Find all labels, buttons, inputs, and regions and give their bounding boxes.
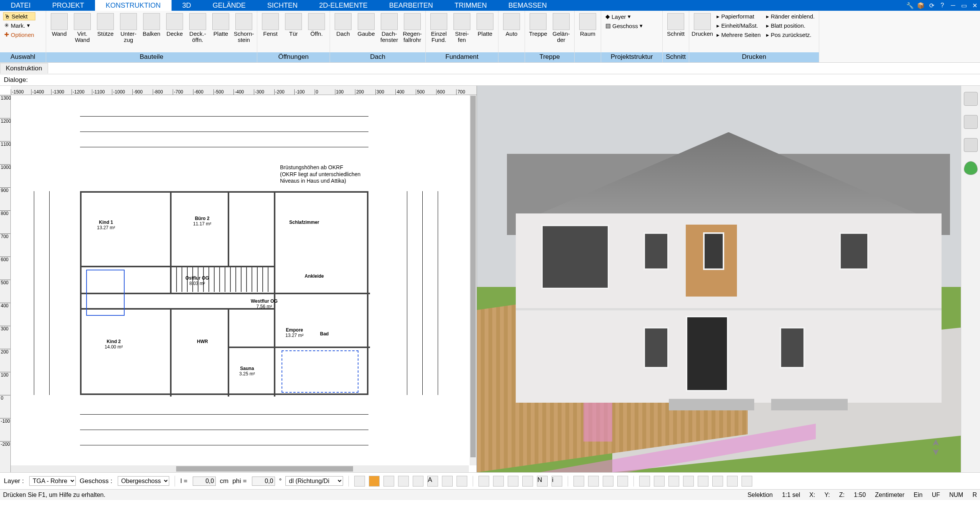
boundingbox-icon[interactable] — [964, 138, 978, 152]
tool-raum[interactable]: Raum — [576, 12, 599, 38]
scrollbar-v-thumb[interactable] — [470, 96, 476, 457]
selekt-button[interactable]: 🖱 Selekt — [3, 12, 35, 20]
tool-dach-fenster[interactable]: Dach-fenster — [378, 12, 401, 45]
geschoss-dropdown[interactable]: ▤ Geschoss ▾ — [604, 22, 644, 30]
print-opt-mehrere-seiten[interactable]: ▸ Mehrere Seiten — [715, 31, 762, 39]
view-4-icon[interactable] — [617, 476, 628, 487]
layout-2-icon[interactable] — [654, 476, 665, 487]
scrollbar-h-thumb[interactable] — [176, 466, 353, 472]
view-2-icon[interactable] — [588, 476, 599, 487]
fill-icon[interactable] — [369, 476, 380, 487]
toolbar-icon-1[interactable]: 🔧 — [905, 0, 915, 11]
print-opt-einheit-ma-st-[interactable]: ▸ Einheit/Maßst. — [715, 22, 762, 30]
tool-regen-fallrohr[interactable]: Regen-fallrohr — [401, 12, 424, 45]
print-opt-pos-zur-cksetz-[interactable]: ▸ Pos zurücksetz. — [765, 31, 816, 39]
mode-select[interactable]: dl (Richtung/Di — [285, 476, 343, 486]
phi-input[interactable] — [252, 477, 275, 486]
tool-t-r[interactable]: Tür — [282, 12, 305, 38]
refresh-icon[interactable] — [727, 476, 738, 487]
hatch-icon[interactable] — [354, 476, 365, 487]
layout-5-icon[interactable] — [698, 476, 708, 487]
tool-virt-wand[interactable]: Virt. Wand — [71, 12, 94, 45]
layout-1-icon[interactable] — [639, 476, 650, 487]
layer-dropdown[interactable]: ◆ Layer ▾ — [604, 12, 644, 21]
floorplan[interactable]: Kind 113.27 m²Büro 211.17 m²Schlafzimmer… — [80, 191, 368, 395]
tool-schnitt[interactable]: Schnitt — [664, 12, 687, 38]
tool-auto[interactable]: Auto — [500, 12, 523, 38]
tool-deck-ffn-[interactable]: Deck.-öffn. — [186, 12, 209, 45]
linestyle-1-icon[interactable] — [383, 476, 394, 487]
optionen-button[interactable]: ✚ Optionen — [3, 30, 35, 39]
menu-konstruktion[interactable]: KONSTRUKTION — [95, 0, 172, 11]
tool--ffn-[interactable]: Öffn. — [305, 12, 328, 38]
tool-platte[interactable]: Platte — [473, 12, 497, 38]
toolbar-icon-2[interactable]: 📦 — [915, 0, 926, 11]
view-1-icon[interactable] — [573, 476, 584, 487]
menu-3d[interactable]: 3D — [172, 0, 202, 11]
maximize-button[interactable]: ▭ — [958, 0, 969, 11]
menu-datei[interactable]: DATEI — [0, 0, 42, 11]
tool-balken[interactable]: Balken — [140, 12, 163, 38]
tool-einzel-fund-[interactable]: Einzel Fund. — [427, 12, 450, 45]
pointer-icon[interactable] — [742, 476, 752, 487]
tree-icon[interactable] — [964, 161, 978, 175]
print-opt-papierformat[interactable]: ▸ Papierformat — [715, 12, 762, 21]
canvas-2d[interactable]: Brüstungshöhen ab OKRF (OKRF liegt auf u… — [11, 95, 469, 465]
menu-bearbeiten[interactable]: BEARBEITEN — [378, 0, 444, 11]
bottom-toolbar: Layer : TGA - Rohre Geschoss : Obergesch… — [0, 472, 980, 489]
pencil-icon[interactable] — [478, 476, 489, 487]
tool-decke[interactable]: Decke — [163, 12, 186, 38]
layer-select[interactable]: TGA - Rohre — [29, 476, 76, 486]
scissors-icon[interactable] — [493, 476, 504, 487]
print-opt-r-nder-einblend-[interactable]: ▸ Ränder einblend. — [765, 12, 816, 21]
dimension-icon[interactable] — [442, 476, 453, 487]
menu-sichten[interactable]: SICHTEN — [257, 0, 308, 11]
menu-gelaende[interactable]: GELÄNDE — [202, 0, 257, 11]
pane-2d[interactable]: -1500-1400-1300-1200-1100-1000-900-800-7… — [0, 86, 477, 472]
subtab-konstruktion[interactable]: Konstruktion — [0, 63, 48, 73]
angle-icon[interactable] — [522, 476, 533, 487]
layout-4-icon[interactable] — [683, 476, 694, 487]
pane-3d[interactable] — [477, 86, 961, 472]
minimize-button[interactable]: ─ — [948, 0, 958, 11]
tool-dach[interactable]: Dach — [332, 12, 355, 38]
scrollbar-vertical[interactable] — [470, 95, 477, 465]
menu-projekt[interactable]: PROJEKT — [42, 0, 95, 11]
layers-icon[interactable] — [964, 92, 978, 106]
menu-trimmen[interactable]: TRIMMEN — [444, 0, 498, 11]
tool-treppe[interactable]: Treppe — [527, 12, 550, 38]
text-abc-icon[interactable]: A — [427, 476, 438, 487]
tool-gaube[interactable]: Gaube — [355, 12, 378, 38]
tool-unter-zug[interactable]: Unter-zug — [117, 12, 140, 45]
help-icon[interactable]: ? — [937, 0, 948, 11]
layout-6-icon[interactable] — [712, 476, 723, 487]
rect-icon[interactable] — [457, 476, 467, 487]
tool-strei-fen[interactable]: Strei-fen — [450, 12, 473, 45]
tool-drucken[interactable]: Drucken — [691, 12, 714, 38]
menu-2d-elemente[interactable]: 2D-ELEMENTE — [308, 0, 378, 11]
tool-gel-n-der[interactable]: Gelän-der — [550, 12, 573, 45]
mark-button[interactable]: ✳ Mark. ▾ — [3, 21, 35, 30]
scrollbar-horizontal[interactable] — [11, 465, 469, 472]
close-button[interactable]: ✕ — [969, 0, 980, 11]
toolbar-icon-3[interactable]: ⟳ — [926, 0, 937, 11]
n-icon[interactable]: N — [537, 476, 548, 487]
l-input[interactable] — [193, 477, 216, 486]
view-3-icon[interactable] — [603, 476, 613, 487]
tool-platte[interactable]: Platte — [209, 12, 232, 38]
menu-bemassen[interactable]: BEMASSEN — [498, 0, 558, 11]
tool-fenst[interactable]: Fenst — [259, 12, 282, 38]
print-opt-blatt-position-[interactable]: ▸ Blatt position. — [765, 22, 816, 30]
tool-st-tze[interactable]: Stütze — [94, 12, 117, 38]
geschoss-select[interactable]: Obergeschoss — [118, 476, 169, 486]
linestyle-2-icon[interactable] — [398, 476, 409, 487]
ruler-tick: 600 — [436, 89, 457, 95]
curve-icon[interactable] — [508, 476, 518, 487]
furniture-icon[interactable] — [964, 115, 978, 129]
house-model[interactable] — [516, 132, 942, 403]
info-icon[interactable]: i — [552, 476, 562, 487]
layout-3-icon[interactable] — [668, 476, 679, 487]
linestyle-3-icon[interactable] — [413, 476, 423, 487]
tool-wand[interactable]: Wand — [48, 12, 71, 38]
tool-schorn-stein[interactable]: Schorn-stein — [232, 12, 255, 45]
